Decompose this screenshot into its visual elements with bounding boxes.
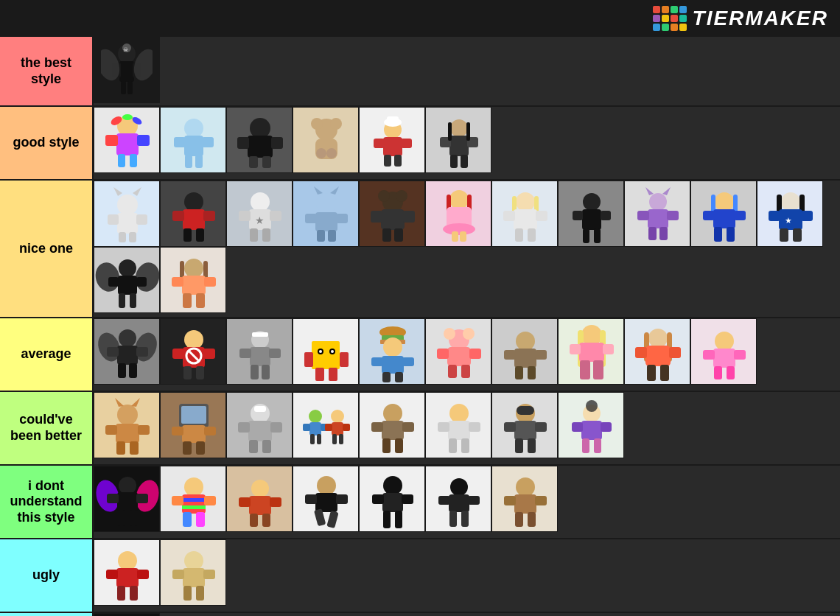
list-item[interactable] xyxy=(425,107,491,173)
list-item[interactable] xyxy=(94,613,160,616)
list-item[interactable] xyxy=(226,392,293,458)
svg-text:★: ★ xyxy=(255,214,265,226)
list-item[interactable] xyxy=(94,466,160,532)
svg-rect-342 xyxy=(183,568,205,587)
logo-cell xyxy=(671,24,678,31)
svg-point-97 xyxy=(516,192,535,211)
svg-rect-140 xyxy=(108,277,119,287)
list-item[interactable] xyxy=(160,539,226,606)
svg-rect-197 xyxy=(437,349,449,359)
svg-rect-149 xyxy=(204,277,216,287)
list-item[interactable] xyxy=(690,318,757,385)
svg-point-160 xyxy=(184,330,203,349)
list-item[interactable] xyxy=(293,107,359,173)
svg-rect-192 xyxy=(395,372,403,382)
tier-row-b: nice one xyxy=(0,181,840,318)
tier-items-c xyxy=(92,318,840,391)
svg-rect-132 xyxy=(769,211,780,221)
tiermaker-logo: TiERMAKER xyxy=(653,6,828,31)
svg-rect-126 xyxy=(727,227,735,242)
list-item[interactable] xyxy=(226,107,293,173)
list-item[interactable] xyxy=(359,318,425,385)
svg-rect-235 xyxy=(116,441,125,455)
list-item[interactable] xyxy=(359,107,425,173)
list-item[interactable] xyxy=(425,466,491,532)
list-item[interactable] xyxy=(160,318,226,385)
svg-rect-265 xyxy=(371,422,383,432)
svg-rect-177 xyxy=(340,352,349,367)
list-item[interactable] xyxy=(624,181,690,247)
svg-rect-101 xyxy=(503,211,515,221)
list-item[interactable] xyxy=(359,181,425,247)
list-item[interactable] xyxy=(359,392,425,458)
avatar-icon xyxy=(161,181,226,247)
list-item[interactable] xyxy=(160,181,226,247)
list-item[interactable] xyxy=(491,466,558,532)
list-item[interactable] xyxy=(94,181,160,247)
logo-text: TiERMAKER xyxy=(693,7,828,30)
list-item[interactable] xyxy=(94,392,160,458)
list-item[interactable] xyxy=(94,539,160,606)
svg-point-53 xyxy=(117,195,138,215)
list-item[interactable] xyxy=(160,466,226,532)
svg-rect-29 xyxy=(249,156,258,168)
svg-rect-9 xyxy=(127,81,133,94)
svg-rect-189 xyxy=(371,357,383,366)
svg-point-257 xyxy=(331,410,344,423)
list-item[interactable] xyxy=(690,181,757,247)
avatar-icon xyxy=(161,108,226,173)
list-item[interactable] xyxy=(293,392,359,458)
svg-rect-106 xyxy=(582,209,601,230)
svg-rect-242 xyxy=(183,441,192,455)
list-item[interactable] xyxy=(624,318,690,385)
svg-rect-247 xyxy=(238,422,250,433)
list-item[interactable] xyxy=(94,318,160,385)
tier-label-s: the best style xyxy=(0,37,92,105)
list-item[interactable] xyxy=(293,318,359,385)
list-item[interactable] xyxy=(425,181,491,247)
svg-rect-332 xyxy=(535,496,547,505)
svg-marker-113 xyxy=(662,187,671,195)
list-item[interactable] xyxy=(491,181,558,247)
list-item[interactable]: ☠ xyxy=(94,37,160,103)
list-item[interactable] xyxy=(94,107,160,173)
list-item[interactable] xyxy=(491,318,558,385)
list-item[interactable] xyxy=(491,392,558,458)
list-item[interactable] xyxy=(425,392,491,458)
tier-row-f: ugly xyxy=(0,539,840,613)
list-item[interactable] xyxy=(160,107,226,173)
avatar-icon xyxy=(227,393,293,458)
svg-rect-73 xyxy=(262,228,270,242)
svg-rect-222 xyxy=(660,365,669,381)
list-item[interactable] xyxy=(558,318,624,385)
list-item[interactable] xyxy=(160,392,226,458)
avatar-icon xyxy=(293,108,359,173)
list-item[interactable] xyxy=(94,247,160,313)
header: TiERMAKER xyxy=(0,0,840,37)
svg-point-36 xyxy=(326,148,337,158)
svg-rect-304 xyxy=(196,512,205,527)
list-item[interactable] xyxy=(359,466,425,532)
svg-rect-116 xyxy=(667,211,679,220)
list-item[interactable] xyxy=(293,466,359,532)
list-item[interactable] xyxy=(226,318,293,385)
list-item[interactable] xyxy=(558,181,624,247)
svg-rect-85 xyxy=(381,209,405,230)
svg-rect-14 xyxy=(118,154,125,167)
svg-rect-114 xyxy=(648,209,668,228)
svg-point-33 xyxy=(330,118,342,130)
list-item[interactable] xyxy=(425,318,491,385)
svg-rect-118 xyxy=(659,227,668,240)
list-item[interactable] xyxy=(226,466,293,532)
svg-point-335 xyxy=(118,551,137,570)
list-item[interactable] xyxy=(160,247,226,313)
list-item[interactable] xyxy=(293,181,359,247)
list-item[interactable] xyxy=(558,392,624,458)
list-item[interactable]: ★ xyxy=(757,181,823,247)
logo-cell xyxy=(653,24,660,31)
tier-label-e: i dont understand this style xyxy=(0,466,92,538)
list-item[interactable]: ★ xyxy=(226,181,293,247)
svg-rect-255 xyxy=(310,434,315,444)
svg-rect-107 xyxy=(573,211,583,220)
svg-rect-147 xyxy=(182,276,206,295)
